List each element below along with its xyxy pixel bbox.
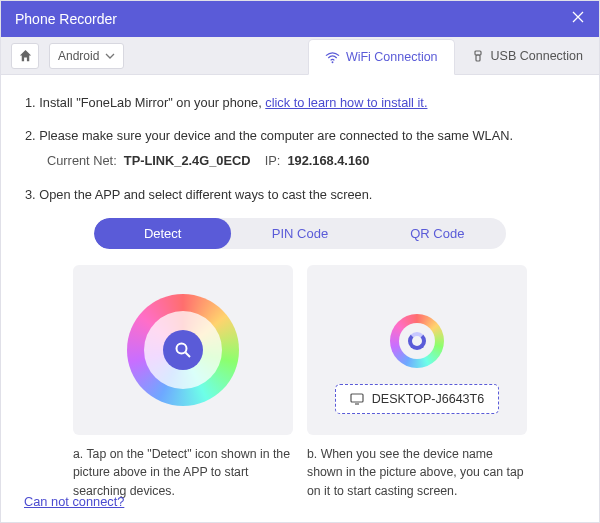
- seg-qr-code[interactable]: QR Code: [369, 218, 506, 249]
- chevron-down-icon: [105, 51, 115, 61]
- footer: Can not connect?: [24, 494, 124, 509]
- platform-dropdown[interactable]: Android: [49, 43, 124, 69]
- svg-rect-2: [476, 55, 480, 61]
- ip-label: IP:: [265, 153, 281, 168]
- step-3-text: 3. Open the APP and select different way…: [25, 187, 372, 202]
- tab-wifi-label: WiFi Connection: [346, 50, 438, 64]
- install-link[interactable]: click to learn how to install it.: [265, 95, 427, 110]
- captions: a. Tap on the "Detect" icon shown in the…: [25, 445, 575, 500]
- step-1: 1. Install "FoneLab Mirror" on your phon…: [25, 93, 575, 112]
- network-info: Current Net: TP-LINK_2.4G_0ECD IP: 192.1…: [47, 151, 575, 170]
- step-2-text: 2. Please make sure your device and the …: [25, 128, 513, 143]
- caption-a: a. Tap on the "Detect" icon shown in the…: [73, 445, 293, 500]
- caption-b: b. When you see the device name shown in…: [307, 445, 527, 500]
- device-name-box[interactable]: DESKTOP-J6643T6: [335, 384, 499, 414]
- titlebar: Phone Recorder: [1, 1, 599, 37]
- spinner-icon: [408, 332, 426, 350]
- segmented-control: Detect PIN Code QR Code: [94, 218, 506, 249]
- net-label: Current Net:: [47, 153, 117, 168]
- home-icon: [18, 48, 33, 63]
- detect-illustration: [73, 265, 293, 435]
- svg-point-0: [331, 61, 333, 63]
- ip-value: 192.168.4.160: [287, 153, 369, 168]
- step-1-text: 1. Install "FoneLab Mirror" on your phon…: [25, 95, 265, 110]
- usb-icon: [471, 49, 485, 63]
- svg-point-3: [177, 343, 187, 353]
- close-icon[interactable]: [571, 9, 585, 29]
- cannot-connect-link[interactable]: Can not connect?: [24, 494, 124, 509]
- wifi-icon: [325, 50, 340, 65]
- seg-pin-code[interactable]: PIN Code: [231, 218, 368, 249]
- loading-ring: [390, 314, 444, 368]
- tab-usb-connection[interactable]: USB Connection: [455, 38, 599, 74]
- device-illustration: DESKTOP-J6643T6: [307, 265, 527, 435]
- step-3: 3. Open the APP and select different way…: [25, 185, 575, 204]
- svg-rect-4: [351, 394, 363, 402]
- tab-usb-label: USB Connection: [491, 49, 583, 63]
- device-name-text: DESKTOP-J6643T6: [372, 392, 484, 406]
- detect-ring: [127, 294, 239, 406]
- window-title: Phone Recorder: [15, 11, 117, 27]
- search-icon: [163, 330, 203, 370]
- tab-wifi-connection[interactable]: WiFi Connection: [308, 39, 455, 75]
- net-value: TP-LINK_2.4G_0ECD: [124, 153, 251, 168]
- platform-label: Android: [58, 49, 99, 63]
- home-button[interactable]: [11, 43, 39, 69]
- toolbar: Android WiFi Connection USB Connection: [1, 37, 599, 75]
- segmented-control-wrap: Detect PIN Code QR Code: [25, 218, 575, 249]
- content: 1. Install "FoneLab Mirror" on your phon…: [1, 75, 599, 512]
- step-2: 2. Please make sure your device and the …: [25, 126, 575, 170]
- seg-detect[interactable]: Detect: [94, 218, 231, 249]
- monitor-icon: [350, 393, 364, 405]
- connection-tabs: WiFi Connection USB Connection: [308, 38, 599, 74]
- illustration-cards: DESKTOP-J6643T6: [25, 265, 575, 435]
